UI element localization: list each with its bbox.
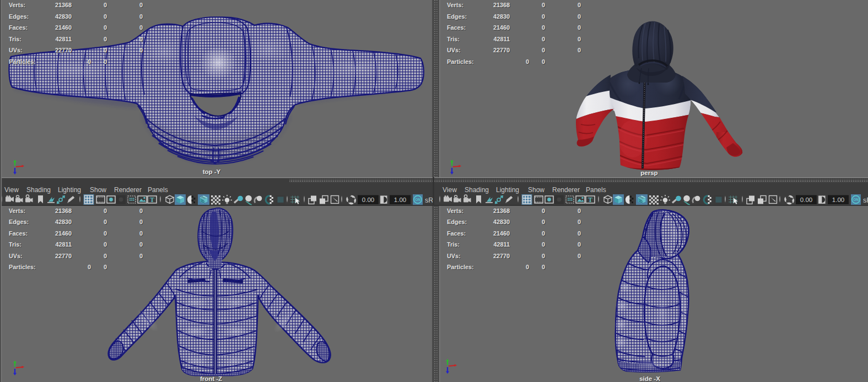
svg-text:side -X: side -X xyxy=(639,375,660,382)
svg-text:persp: persp xyxy=(640,170,657,176)
svg-text:front -Z: front -Z xyxy=(200,375,222,382)
svg-text:top -Y: top -Y xyxy=(203,168,221,175)
